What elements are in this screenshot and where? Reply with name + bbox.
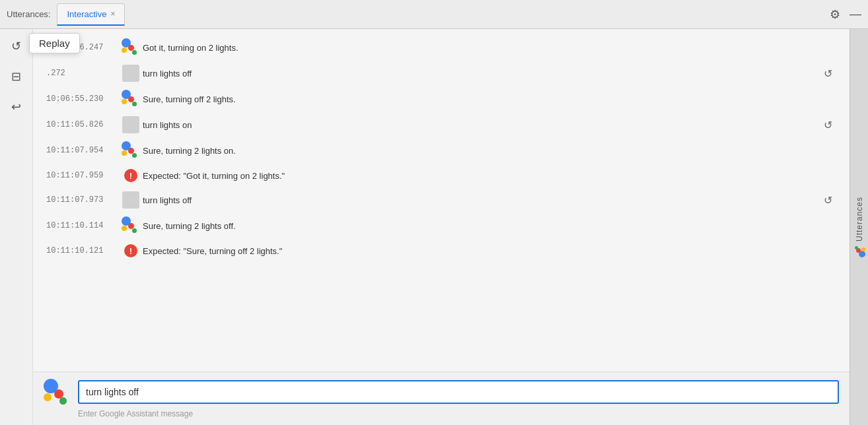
table-row: 10:11:05.826 turn lights on ↺: [44, 112, 839, 137]
tab-close-button[interactable]: ×: [110, 10, 115, 18]
expected-text: Expected: "Sure, turning off 2 lights.": [143, 246, 836, 256]
avatar: [119, 65, 143, 82]
utterances-label: Utterances:: [7, 9, 50, 19]
message-text: turn lights on: [143, 120, 819, 130]
assistant-avatar: [122, 141, 140, 160]
timestamp: 10:06:55.230: [46, 94, 119, 104]
table-row: 10:11:07.959 ! Expected: "Got it, turnin…: [44, 164, 839, 187]
undo-button[interactable]: ↩: [6, 96, 27, 117]
avatar: [119, 116, 143, 133]
tab-label: Interactive: [67, 9, 106, 19]
user-avatar: [122, 65, 139, 82]
input-row: [44, 379, 839, 405]
assistant-avatar: [122, 90, 140, 108]
utterances-sidebar-label: Utterances: [853, 197, 865, 257]
save-button[interactable]: ⊟: [6, 66, 27, 87]
message-text: Sure, turning 2 lights on.: [143, 146, 836, 156]
message-text: Got it, turning on 2 lights.: [143, 43, 836, 53]
avatar: [119, 141, 143, 160]
user-avatar: [122, 116, 139, 133]
avatar: [119, 38, 143, 57]
error-icon: !: [124, 244, 137, 257]
input-hint: Enter Google Assistant message: [44, 409, 839, 418]
message-text: turn lights off: [143, 69, 819, 79]
replay-message-button[interactable]: ↺: [819, 116, 836, 133]
right-sidebar-tab[interactable]: Utterances: [850, 29, 868, 425]
replay-button[interactable]: ↺: [6, 36, 27, 57]
table-row: 10:06:55.230 Sure, turning off 2 lights.: [44, 86, 839, 112]
save-icon: ⊟: [11, 69, 21, 84]
message-text: turn lights off: [143, 195, 819, 205]
expected-text: Expected: "Got it, turning on 2 lights.": [143, 171, 836, 181]
timestamp: 10:11:07.959: [46, 171, 119, 180]
message-text: Sure, turning off 2 lights.: [143, 94, 836, 104]
table-row: 10:11:10.121 ! Expected: "Sure, turning …: [44, 239, 839, 263]
main-area: ↺ Replay ⊟ ↩ 10:04:36.247: [0, 29, 868, 425]
timestamp: .272: [46, 69, 119, 78]
message-input[interactable]: [78, 380, 839, 404]
replay-tooltip: Replay: [29, 33, 80, 53]
avatar: !: [119, 169, 143, 182]
assistant-avatar: [122, 216, 140, 235]
replay-message-button[interactable]: ↺: [819, 65, 836, 82]
messages-list: 10:04:36.247 Got it, turning on 2 lights…: [33, 29, 850, 372]
timestamp: 10:11:10.114: [46, 221, 119, 230]
tab-interactive[interactable]: Interactive ×: [57, 3, 125, 26]
table-row: 10:11:07.954 Sure, turning 2 lights on.: [44, 137, 839, 164]
input-avatar: [44, 379, 70, 405]
title-bar: Utterances: Interactive × ⚙ —: [0, 0, 868, 29]
message-text: Sure, turning 2 lights off.: [143, 221, 836, 231]
user-avatar: [122, 191, 139, 209]
timestamp: 10:11:05.826: [46, 120, 119, 129]
app-window: Utterances: Interactive × ⚙ — ↺ Replay ⊟…: [0, 0, 868, 425]
sidebar-avatar: [853, 245, 865, 257]
table-row: 10:11:10.114 Sure, turning 2 lights off.: [44, 212, 839, 239]
input-area: Enter Google Assistant message: [33, 372, 850, 425]
avatar: [119, 191, 143, 209]
table-row: 10:11:07.973 turn lights off ↺: [44, 187, 839, 212]
replay-message-button[interactable]: ↺: [819, 191, 836, 209]
title-bar-actions: ⚙ —: [830, 7, 861, 22]
avatar: [119, 216, 143, 235]
timestamp: 10:11:07.954: [46, 146, 119, 155]
table-row: 10:04:36.247 Got it, turning on 2 lights…: [44, 34, 839, 61]
left-toolbar: ↺ Replay ⊟ ↩: [0, 29, 33, 425]
avatar: !: [119, 244, 143, 257]
error-icon: !: [124, 169, 137, 182]
undo-icon: ↩: [11, 100, 21, 114]
replay-icon: ↺: [11, 39, 21, 53]
gear-icon[interactable]: ⚙: [830, 7, 840, 22]
timestamp: 10:11:07.973: [46, 195, 119, 205]
table-row: .272 turn lights off ↺: [44, 61, 839, 86]
timestamp: 10:11:10.121: [46, 246, 119, 255]
minimize-icon[interactable]: —: [850, 7, 861, 21]
assistant-avatar: [122, 38, 140, 57]
avatar: [119, 90, 143, 108]
